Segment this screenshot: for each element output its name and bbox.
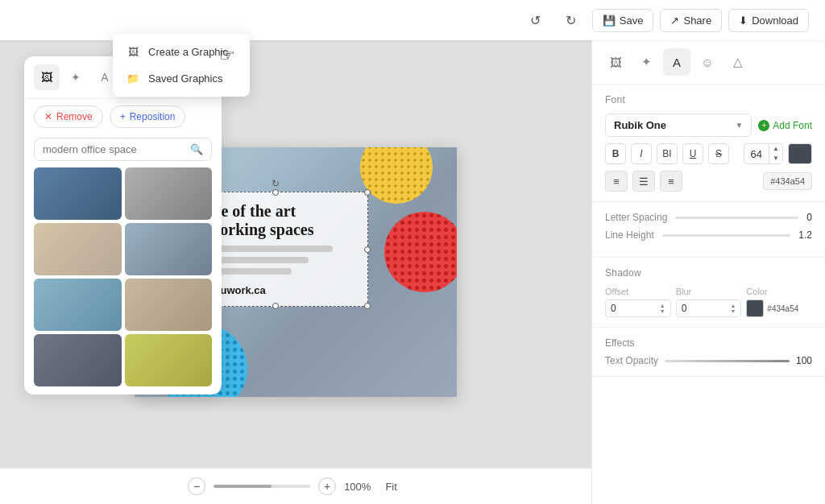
letter-spacing-slider[interactable]	[675, 217, 798, 219]
opacity-slider[interactable]	[665, 360, 790, 362]
offset-up[interactable]: ▲	[660, 303, 665, 308]
handle-mr[interactable]	[364, 246, 371, 253]
letter-spacing-label: Letter Spacing	[605, 212, 667, 223]
handle-br[interactable]	[364, 303, 371, 309]
zoom-in-button[interactable]: +	[318, 477, 336, 495]
tab-images[interactable]: 🖼	[34, 64, 60, 90]
tab-elements[interactable]: ✦	[63, 64, 89, 90]
italic-button[interactable]: I	[631, 143, 652, 164]
align-center-button[interactable]: ☰	[632, 171, 655, 192]
image-thumb-8[interactable]	[125, 334, 213, 386]
search-input[interactable]	[43, 143, 185, 155]
effects-section: Effects Text Opacity 100	[592, 328, 825, 377]
text-opacity-row: Text Opacity 100	[605, 355, 812, 366]
save-button[interactable]: 💾 Save	[592, 9, 654, 32]
download-icon: ⬇	[739, 14, 748, 27]
blur-input[interactable]: 0 ▲ ▼	[676, 300, 742, 317]
offset-col-label: Offset	[605, 287, 671, 296]
left-panel: 🖼 ✦ A ☺ △ ✕ Remove + Reposition 🔍	[24, 56, 222, 395]
right-tab-text[interactable]: A	[663, 48, 690, 76]
image-thumb-5[interactable]	[34, 279, 122, 331]
font-size-up[interactable]: ▲	[769, 144, 782, 154]
plus-icon: +	[120, 111, 126, 122]
shadow-offset-col: Offset 0 ▲ ▼	[605, 287, 671, 317]
color-swatch[interactable]	[788, 143, 812, 164]
format-row: B I BI U S 64 ▲ ▼	[605, 143, 812, 164]
zoom-percent: 100%	[344, 481, 371, 493]
shadow-blur-col: Blur 0 ▲ ▼	[676, 287, 742, 317]
shadow-label: Shadow	[605, 267, 812, 279]
image-thumb-6[interactable]	[125, 279, 213, 331]
font-size-value: 64	[744, 145, 769, 163]
fit-button[interactable]: Fit	[379, 478, 403, 495]
offset-input[interactable]: 0 ▲ ▼	[605, 300, 671, 317]
chevron-down-icon: ▼	[735, 121, 743, 130]
right-panel-tabs: 🖼 ✦ A ☺ △	[592, 40, 825, 85]
underline-button[interactable]: U	[682, 143, 703, 164]
image-thumb-4[interactable]	[125, 223, 213, 275]
font-name: Rubik One	[614, 119, 666, 131]
folder-icon: 📁	[126, 73, 140, 85]
handle-tc[interactable]	[272, 189, 279, 196]
shadow-color-swatch[interactable]	[746, 300, 764, 317]
share-button[interactable]: ↗ Share	[660, 9, 722, 32]
right-tab-emoji[interactable]: ☺	[694, 48, 721, 76]
remove-button[interactable]: ✕ Remove	[34, 105, 103, 128]
shadow-section: Shadow Offset 0 ▲ ▼ Blur 0 ▲ ▼	[592, 258, 825, 328]
image-thumb-1[interactable]	[34, 167, 122, 220]
search-bar[interactable]: 🔍	[34, 138, 212, 161]
hex-color-label[interactable]: #434a54	[763, 172, 812, 190]
remove-icon: ✕	[44, 111, 52, 122]
blur-up[interactable]: ▲	[730, 303, 736, 308]
color-col-label: Color	[746, 287, 812, 296]
letter-spacing-row: Letter Spacing 0	[605, 212, 812, 223]
font-size-box: 64 ▲ ▼	[744, 143, 783, 164]
align-left-button[interactable]: ≡	[605, 171, 628, 192]
line-height-slider[interactable]	[662, 234, 791, 237]
handle-tr[interactable]	[364, 189, 371, 196]
blur-col-label: Blur	[676, 287, 742, 296]
right-tab-magic[interactable]: ✦	[632, 48, 660, 76]
blur-down[interactable]: ▼	[730, 308, 736, 314]
font-size-down[interactable]: ▼	[769, 154, 782, 163]
bold-italic-button[interactable]: BI	[657, 143, 678, 164]
saved-graphics-item[interactable]: 📁 Saved Graphics	[113, 65, 250, 92]
strikethrough-button[interactable]: S	[708, 143, 729, 164]
letter-spacing-section: Letter Spacing 0 Line Height 1.2	[592, 202, 825, 258]
bold-button[interactable]: B	[605, 143, 626, 164]
dropdown-menu: 🖼 Create a Graphic 📁 Saved Graphics	[113, 34, 250, 97]
handle-bc[interactable]	[272, 303, 279, 309]
image-grid	[24, 167, 222, 386]
image-thumb-3[interactable]	[34, 223, 122, 275]
zoom-slider[interactable]	[214, 485, 310, 488]
search-icon: 🔍	[190, 143, 203, 155]
font-section-label: Font	[605, 94, 812, 105]
right-tab-shapes[interactable]: △	[724, 48, 752, 76]
letter-spacing-value: 0	[806, 212, 812, 223]
undo-button[interactable]: ↺	[521, 6, 550, 35]
create-graphic-item[interactable]: 🖼 Create a Graphic	[113, 39, 250, 65]
save-icon: 💾	[603, 14, 616, 27]
effects-label: Effects	[605, 337, 812, 349]
shadow-hex-label: #434a54	[767, 304, 798, 313]
zoom-out-button[interactable]: −	[188, 477, 205, 495]
font-selector[interactable]: Rubik One ▼	[605, 114, 752, 137]
align-row: ≡ ☰ ≡ #434a54	[605, 171, 812, 192]
image-thumb-7[interactable]	[34, 334, 122, 386]
share-icon: ↗	[670, 14, 679, 27]
panel-actions: ✕ Remove + Reposition	[24, 99, 222, 134]
offset-down[interactable]: ▼	[660, 308, 665, 314]
image-icon: 🖼	[126, 47, 140, 58]
text-opacity-label: Text Opacity	[605, 355, 658, 366]
zoom-slider-fill	[214, 485, 272, 488]
align-right-button[interactable]: ≡	[660, 171, 682, 192]
right-tab-image[interactable]: 🖼	[602, 48, 629, 76]
add-font-button[interactable]: + Add Font	[758, 120, 812, 131]
line-height-label: Line Height	[605, 229, 654, 241]
reposition-button[interactable]: + Reposition	[110, 105, 186, 128]
right-panel: 🖼 ✦ A ☺ △ Font Rubik One ▼ + Add Font B …	[591, 40, 825, 504]
shadow-color-col: Color #434a54	[746, 287, 812, 317]
image-thumb-2[interactable]	[125, 167, 213, 220]
download-button[interactable]: ⬇ Download	[728, 9, 809, 32]
redo-button[interactable]: ↻	[557, 6, 586, 35]
